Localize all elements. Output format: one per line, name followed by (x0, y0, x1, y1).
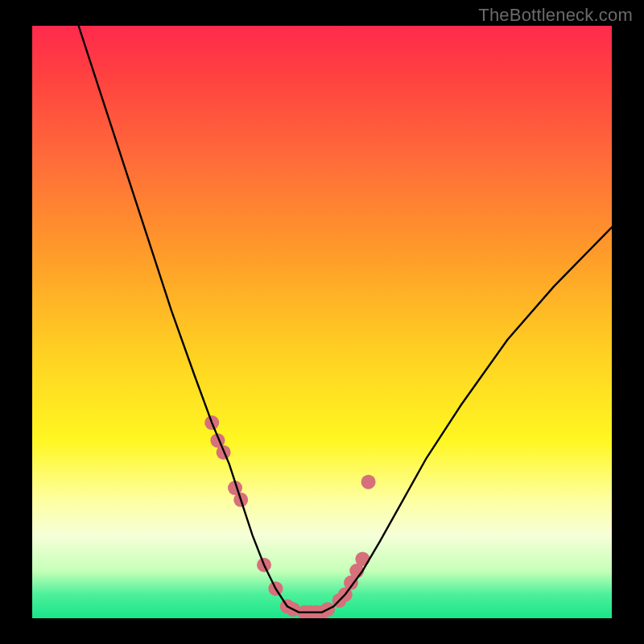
chart-frame: TheBottleneck.com (0, 0, 644, 644)
plot-area (32, 26, 612, 618)
marker-point (361, 475, 376, 489)
watermark-text: TheBottleneck.com (478, 5, 633, 26)
bottleneck-curve (79, 26, 612, 613)
chart-svg (32, 26, 612, 618)
